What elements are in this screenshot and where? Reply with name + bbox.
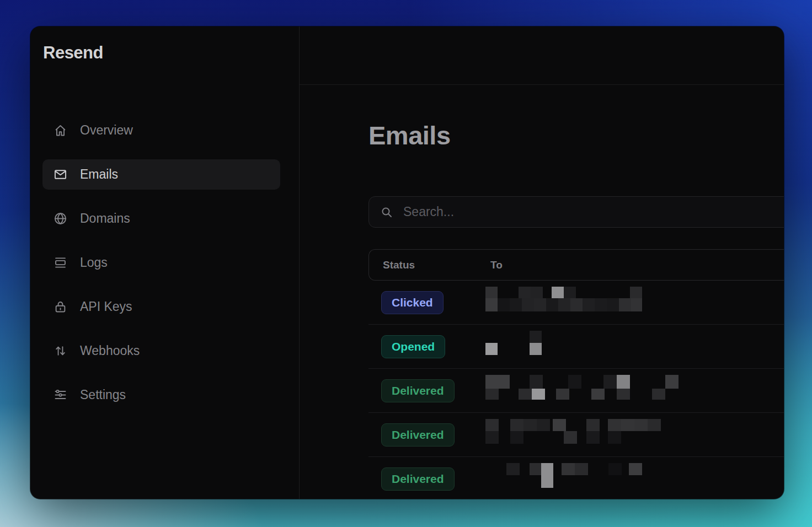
sidebar-item-overview[interactable]: Overview <box>42 115 280 146</box>
sidebar-nav: OverviewEmailsDomainsLogsAPI KeysWebhook… <box>30 115 299 424</box>
logs-icon <box>53 255 68 270</box>
page-title: Emails <box>368 120 451 150</box>
sidebar-item-label: Overview <box>80 123 133 138</box>
sidebar-item-domains[interactable]: Domains <box>42 203 280 234</box>
desktop-background: Resend OverviewEmailsDomainsLogsAPI Keys… <box>0 0 812 527</box>
sidebar-item-settings[interactable]: Settings <box>42 380 280 410</box>
column-header-status: Status <box>383 259 415 271</box>
brand-logo: Resend <box>43 43 103 63</box>
redacted-recipient <box>485 369 684 413</box>
email-row[interactable]: Delivered <box>368 369 784 413</box>
redacted-recipient <box>485 281 684 325</box>
sidebar-item-label: Webhooks <box>80 343 140 358</box>
sidebar-item-webhooks[interactable]: Webhooks <box>42 336 280 366</box>
home-icon <box>53 123 68 138</box>
redacted-recipient <box>485 325 684 369</box>
redacted-recipient <box>485 413 684 457</box>
table-header: Status To <box>368 249 784 281</box>
sidebar-item-label: Logs <box>80 255 108 270</box>
sidebar-item-label: API Keys <box>80 299 132 314</box>
email-row[interactable]: Delivered <box>368 413 784 457</box>
sidebar-item-label: Emails <box>80 167 118 182</box>
search-icon <box>380 206 393 219</box>
email-row[interactable]: Delivered <box>368 457 784 499</box>
email-row[interactable]: Opened <box>368 325 784 369</box>
status-badge-delivered: Delivered <box>381 423 455 447</box>
webhooks-icon <box>53 343 68 358</box>
search-box[interactable] <box>368 196 784 228</box>
sidebar-item-api-keys[interactable]: API Keys <box>42 292 280 322</box>
column-header-to: To <box>490 259 503 271</box>
main-topbar <box>300 26 784 85</box>
sidebar-item-emails[interactable]: Emails <box>42 159 280 190</box>
sidebar-item-label: Domains <box>80 211 130 226</box>
table-body: ClickedOpenedDeliveredDeliveredDelivered <box>368 281 784 499</box>
search-input[interactable] <box>402 204 781 220</box>
email-row[interactable]: Clicked <box>368 281 784 325</box>
status-badge-opened: Opened <box>381 335 445 358</box>
status-badge-delivered: Delivered <box>381 379 455 402</box>
app-window: Resend OverviewEmailsDomainsLogsAPI Keys… <box>30 26 784 499</box>
mail-icon <box>53 167 68 182</box>
status-badge-delivered: Delivered <box>381 467 455 491</box>
lock-icon <box>53 299 68 314</box>
sidebar-item-label: Settings <box>80 388 126 402</box>
main-content: Emails Status To ClickedOpenedDeliveredD… <box>300 26 784 499</box>
sidebar: Resend OverviewEmailsDomainsLogsAPI Keys… <box>30 26 300 499</box>
redacted-recipient <box>485 457 684 499</box>
globe-icon <box>53 211 68 226</box>
status-badge-clicked: Clicked <box>381 291 444 314</box>
settings-icon <box>53 388 68 402</box>
emails-table: Status To ClickedOpenedDeliveredDelivere… <box>368 249 784 499</box>
sidebar-item-logs[interactable]: Logs <box>42 248 280 278</box>
